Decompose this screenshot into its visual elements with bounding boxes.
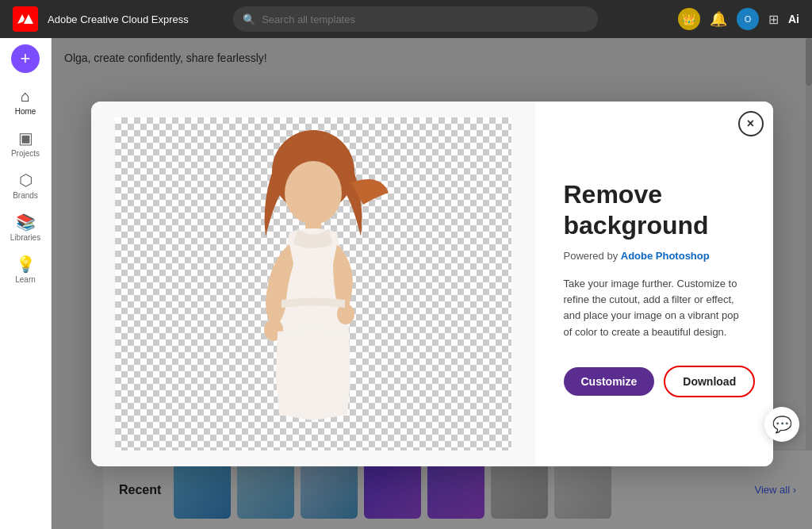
- modal-close-button[interactable]: ×: [738, 111, 764, 136]
- learn-icon: 💡: [16, 255, 36, 274]
- avatar[interactable]: O: [737, 8, 759, 30]
- modal-title: Remove background: [564, 179, 745, 240]
- sidebar-item-brands[interactable]: ⬡ Brands: [0, 166, 51, 205]
- subject-image: [210, 125, 416, 443]
- search-icon: 🔍: [243, 13, 255, 25]
- grid-icon[interactable]: ⊞: [768, 12, 779, 27]
- search-input[interactable]: [262, 13, 588, 25]
- modal-actions: Customize Download: [564, 366, 745, 397]
- sidebar-item-learn[interactable]: 💡 Learn: [0, 250, 51, 289]
- modal-image-panel: [91, 102, 535, 466]
- brands-icon: ⬡: [19, 171, 33, 190]
- modal-info-panel: Remove background Powered by Adobe Photo…: [535, 102, 773, 466]
- sidebar-item-projects[interactable]: ▣ Projects: [0, 124, 51, 163]
- projects-icon: ▣: [18, 128, 33, 148]
- remove-background-modal: ×: [91, 102, 773, 466]
- crown-badge[interactable]: 👑: [678, 8, 700, 30]
- customize-button[interactable]: Customize: [564, 367, 655, 396]
- libraries-icon: 📚: [16, 213, 36, 232]
- sidebar-item-home[interactable]: ⌂ Home: [0, 82, 51, 121]
- adobe-cc-icon[interactable]: Ai: [788, 13, 799, 25]
- search-bar[interactable]: 🔍: [233, 6, 598, 32]
- svg-point-1: [285, 161, 342, 224]
- sidebar: + ⌂ Home ▣ Projects ⬡ Brands 📚 Libraries…: [0, 38, 52, 529]
- notification-icon[interactable]: 🔔: [710, 10, 727, 28]
- sidebar-item-libraries[interactable]: 📚 Libraries: [0, 208, 51, 247]
- chat-bubble-button[interactable]: 💬: [764, 407, 799, 442]
- powered-by-text: Powered by Adobe Photoshop: [564, 250, 745, 262]
- create-new-button[interactable]: +: [11, 44, 40, 73]
- modal-description: Take your image further. Customize to re…: [564, 276, 745, 340]
- main-layout: + ⌂ Home ▣ Projects ⬡ Brands 📚 Libraries…: [0, 38, 812, 529]
- download-button[interactable]: Download: [664, 366, 755, 397]
- top-navigation: Adobe Creative Cloud Express 🔍 👑 🔔 O ⊞ A…: [0, 0, 812, 38]
- nav-right-icons: 👑 🔔 O ⊞ Ai: [678, 8, 799, 30]
- modal-backdrop: ×: [52, 38, 812, 529]
- home-icon: ⌂: [21, 87, 30, 105]
- adobe-logo: [13, 6, 38, 32]
- app-title: Adobe Creative Cloud Express: [48, 13, 189, 25]
- content-area: Olga, create confidently, share fearless…: [52, 38, 812, 529]
